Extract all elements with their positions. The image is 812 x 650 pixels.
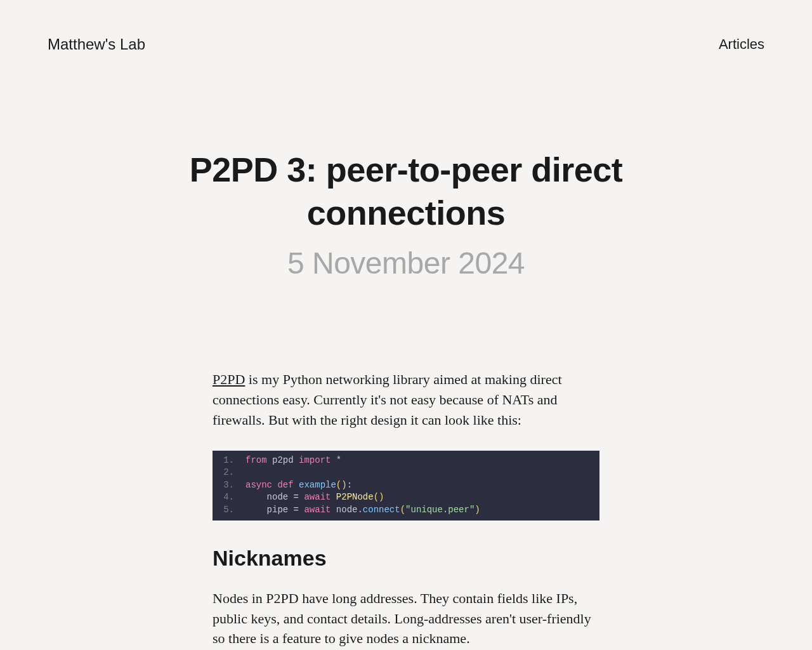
code-text: pipe = await node.connect("unique.peer") <box>246 504 480 517</box>
line-number: 5. <box>213 504 246 517</box>
article-content: P2PD is my Python networking library aim… <box>213 369 599 649</box>
intro-text: is my Python networking library aimed at… <box>213 371 562 428</box>
code-line: 3.async def example(): <box>213 479 599 492</box>
code-text: node = await P2PNode() <box>246 491 384 504</box>
code-line: 4. node = await P2PNode() <box>213 491 599 504</box>
line-number: 2. <box>213 467 246 479</box>
intro-paragraph: P2PD is my Python networking library aim… <box>213 369 599 430</box>
code-text: from p2pd import * <box>246 454 341 467</box>
code-text: async def example(): <box>246 479 352 492</box>
code-line: 1.from p2pd import * <box>213 454 599 467</box>
article-title: P2PD 3: peer-to-peer direct connections <box>146 149 666 234</box>
section-nicknames-body: Nodes in P2PD have long addresses. They … <box>213 588 599 649</box>
article-date: 5 November 2024 <box>48 246 764 281</box>
code-line: 2. <box>213 467 599 479</box>
line-number: 1. <box>213 454 246 467</box>
section-nicknames-title: Nicknames <box>213 546 599 571</box>
nav-articles-link[interactable]: Articles <box>719 36 764 53</box>
site-title-link[interactable]: Matthew's Lab <box>48 36 145 53</box>
p2pd-link[interactable]: P2PD <box>213 371 245 387</box>
article-header: P2PD 3: peer-to-peer direct connections … <box>48 149 764 281</box>
line-number: 4. <box>213 491 246 504</box>
site-header: Matthew's Lab Articles <box>48 0 764 66</box>
code-block: 1.from p2pd import *2.3.async def exampl… <box>213 451 599 521</box>
line-number: 3. <box>213 479 246 492</box>
code-line: 5. pipe = await node.connect("unique.pee… <box>213 504 599 517</box>
